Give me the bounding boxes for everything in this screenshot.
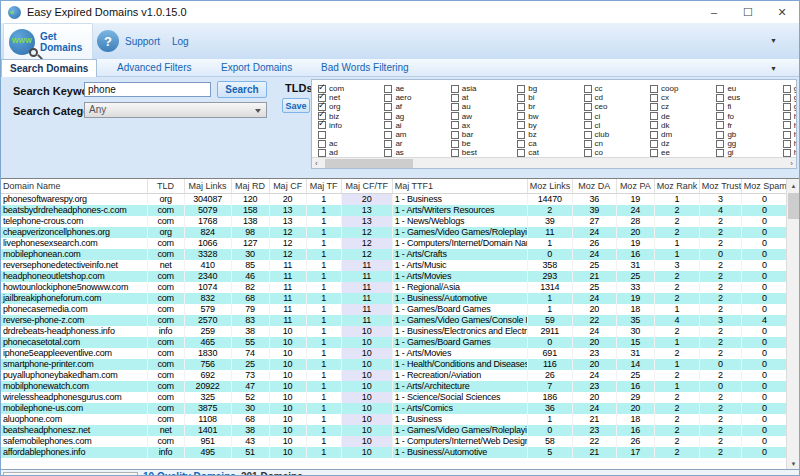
column-header-maj-cf-tf[interactable]: Maj CF/TF <box>341 179 392 193</box>
maximize-button[interactable]: ☐ <box>731 1 765 23</box>
tld-checkbox-club[interactable]: club <box>584 130 610 139</box>
search-input[interactable] <box>84 82 211 97</box>
table-row[interactable]: mobilephone-us.comcom387530101101 - Arts… <box>1 403 788 414</box>
table-row[interactable]: drdrebeats-headphoness.infoinfo259381011… <box>1 326 788 337</box>
tld-checkbox-by[interactable]: by <box>517 121 536 130</box>
column-header-moz-rank[interactable]: Moz Rank <box>654 179 699 193</box>
tld-checkbox-cz[interactable]: cz <box>650 102 669 111</box>
tld-checkbox-blank[interactable] <box>318 130 329 139</box>
tld-checkbox-bw[interactable]: bw <box>517 112 538 121</box>
tld-checkbox-ht[interactable]: ht <box>783 139 797 148</box>
ribbon-tab-support[interactable]: ? Support <box>97 23 160 59</box>
tld-checkbox-host[interactable]: host <box>783 121 797 130</box>
tld-checkbox-ar[interactable]: ar <box>384 139 402 148</box>
table-row[interactable]: phonecasemedia.comcom57979111111 - Games… <box>1 304 788 315</box>
tld-checkbox-bar[interactable]: bar <box>451 130 474 139</box>
close-button[interactable]: ✕ <box>765 1 799 23</box>
column-header-moz-pa[interactable]: Moz PA <box>616 179 654 193</box>
tld-checkbox-fi[interactable]: fi <box>716 102 731 111</box>
tld-checkbox-ac[interactable]: ac <box>318 139 337 148</box>
table-row[interactable]: puyalluphoneybakedham.comcom69273101101 … <box>1 370 788 381</box>
table-row[interactable]: beatsheadphonesz.netnet140138101101 - Ga… <box>1 425 788 436</box>
table-row[interactable]: mobilephonean.comcom332830121121 - Arts/… <box>1 249 788 260</box>
tld-checkbox-at[interactable]: at <box>451 93 469 102</box>
scrollbar-thumb[interactable] <box>325 159 413 168</box>
tld-checkbox-aero[interactable]: aero <box>384 93 411 102</box>
grid-vertical-scrollbar[interactable]: ▲ ▼ <box>786 179 799 470</box>
scroll-right-icon[interactable]: › <box>790 159 793 168</box>
tld-checkbox-gg[interactable]: gg <box>716 139 736 148</box>
table-row[interactable]: phonesoftwarespy.orgorg304087120201201 -… <box>1 193 788 205</box>
tld-checkbox-ca[interactable]: ca <box>517 139 536 148</box>
tld-checkbox-cn[interactable]: cn <box>584 139 603 148</box>
tld-checkbox-hm[interactable]: hm <box>783 112 797 121</box>
save-button[interactable]: Save <box>282 98 310 113</box>
tld-checkbox-ax[interactable]: ax <box>451 121 470 130</box>
column-header-maj-tf[interactable]: Maj TF <box>306 179 341 193</box>
ribbon-tab-log[interactable]: Log <box>166 23 189 59</box>
column-header-moz-links[interactable]: Moz Links <box>527 179 572 193</box>
table-row[interactable]: iphone5eappleeventlive.comcom18307410110… <box>1 348 788 359</box>
column-header-moz-trust[interactable]: Moz Trust <box>699 179 741 193</box>
table-row[interactable]: howtounlockiphone5nowww.comcom1074821111… <box>1 282 788 293</box>
table-row[interactable]: headphoneoutletshop.comcom234046111111 -… <box>1 271 788 282</box>
tld-checkbox-bi[interactable]: bi <box>517 93 534 102</box>
tld-checkbox-bg[interactable]: bg <box>517 84 537 93</box>
search-button[interactable]: Search <box>217 81 267 98</box>
tab-search-domains[interactable]: Search Domains <box>1 59 97 77</box>
ribbon-chevron-down-icon[interactable]: ▼ <box>770 37 777 44</box>
tld-checkbox-fr[interactable]: fr <box>716 121 732 130</box>
tld-checkbox-cx[interactable]: cx <box>650 93 669 102</box>
tab-advanced-filters[interactable]: Advanced Filters <box>109 59 199 77</box>
tld-checkbox-ag[interactable]: ag <box>384 112 404 121</box>
table-row[interactable]: mobilphonewatch.comcom2092247101101 - Ar… <box>1 381 788 392</box>
tab-export-domains[interactable]: Export Domains <box>213 59 300 77</box>
tld-checkbox-cl[interactable]: cl <box>584 121 601 130</box>
table-row[interactable]: smartphone-printer.comcom75625101101 - H… <box>1 359 788 370</box>
tld-checkbox-am[interactable]: am <box>384 130 406 139</box>
scrollbar-thumb[interactable] <box>788 193 799 219</box>
scroll-left-icon[interactable]: ‹ <box>315 159 318 168</box>
tld-checkbox-gb[interactable]: gb <box>716 130 736 139</box>
tld-checkbox-gy[interactable]: gy <box>783 102 797 111</box>
column-header-maj-links[interactable]: Maj Links <box>184 179 231 193</box>
tld-horizontal-scrollbar[interactable]: ‹ › <box>312 157 796 168</box>
column-header-tld[interactable]: TLD <box>147 179 184 193</box>
tld-checkbox-cd[interactable]: cd <box>584 93 603 102</box>
tld-checkbox-de[interactable]: de <box>650 112 670 121</box>
column-header-moz-spam[interactable]: Moz Spam <box>741 179 787 193</box>
tld-checkbox-au[interactable]: au <box>451 102 471 111</box>
column-header-domain-name[interactable]: Domain Name <box>1 179 147 193</box>
grid-horizontal-scrollbar[interactable] <box>3 472 138 476</box>
tld-checkbox-bz[interactable]: bz <box>517 130 536 139</box>
tld-checkbox-dk[interactable]: dk <box>650 121 669 130</box>
tld-checkbox-af[interactable]: af <box>384 102 402 111</box>
table-row[interactable]: beatsbydrdreheadphones-c.comcom507915813… <box>1 205 788 216</box>
tld-checkbox-eus[interactable]: eus <box>716 93 740 102</box>
table-row[interactable]: telephone-crous.comcom1768138131131 - Ne… <box>1 216 788 227</box>
tld-checkbox-gs[interactable]: gs <box>783 93 797 102</box>
table-row[interactable]: cheapverizoncellphones.orgorg82498121121… <box>1 227 788 238</box>
table-row[interactable]: livephonesexsearch.comcom1066127121121 -… <box>1 238 788 249</box>
tld-checkbox-eu[interactable]: eu <box>716 84 736 93</box>
column-header-maj-cf[interactable]: Maj CF <box>269 179 306 193</box>
table-row[interactable]: affordablephones.infoinfo49551101101 - B… <box>1 447 788 458</box>
column-header-maj-ttf1[interactable]: Maj TTF1 <box>392 179 527 193</box>
table-row[interactable]: jailbreakiphoneforum.comcom83268111111 -… <box>1 293 788 304</box>
table-row[interactable]: wirelessheadphonesgurus.comcom3255210110… <box>1 392 788 403</box>
tld-checkbox-be[interactable]: be <box>451 139 471 148</box>
column-header-moz-da[interactable]: Moz DA <box>572 179 616 193</box>
tld-checkbox-ae[interactable]: ae <box>384 84 404 93</box>
tab-bad-words-filtering[interactable]: Bad Words Filtering <box>313 59 417 77</box>
tld-checkbox-info[interactable]: ✓info <box>318 121 342 130</box>
column-header-maj-rd[interactable]: Maj RD <box>231 179 269 193</box>
tld-checkbox-coop[interactable]: coop <box>650 84 678 93</box>
tld-checkbox-hr[interactable]: hr <box>783 130 797 139</box>
table-row[interactable]: phonecasetotal.comcom46555101101 - Games… <box>1 337 788 348</box>
tld-checkbox-ceo[interactable]: ceo <box>584 102 608 111</box>
tld-checkbox-asia[interactable]: asia <box>451 84 477 93</box>
tld-checkbox-ai[interactable]: ai <box>384 121 401 130</box>
tld-checkbox-fo[interactable]: fo <box>716 112 734 121</box>
table-row[interactable]: aluophone.comcom110868101101 - Business1… <box>1 414 788 425</box>
tld-checkbox-dm[interactable]: dm <box>650 130 672 139</box>
